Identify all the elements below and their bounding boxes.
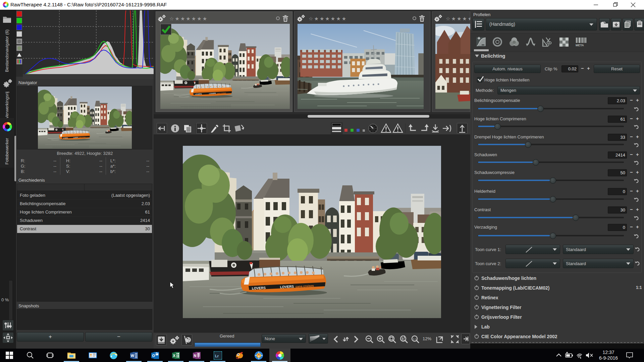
svg-text:O: O xyxy=(152,354,155,358)
svg-text:X: X xyxy=(173,354,176,358)
svg-text:Lr: Lr xyxy=(215,354,219,358)
svg-text:META: META xyxy=(576,44,584,47)
svg-text:N: N xyxy=(194,354,197,358)
svg-text:W: W xyxy=(131,354,135,358)
svg-text:1:1: 1:1 xyxy=(413,338,417,341)
